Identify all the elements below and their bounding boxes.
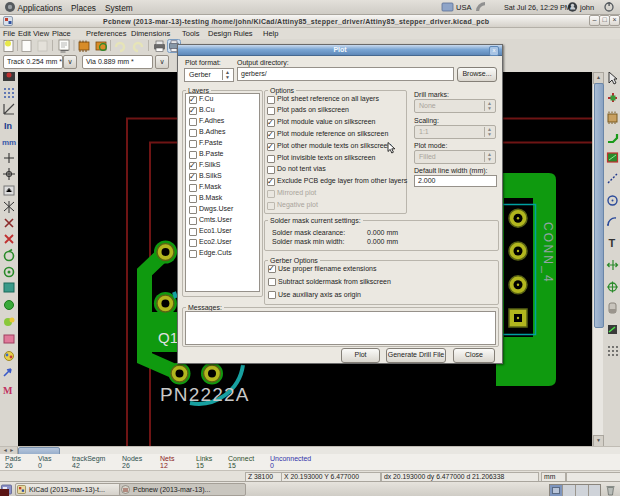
svg-text:PN2222A: PN2222A xyxy=(160,384,250,405)
svg-text:In: In xyxy=(4,121,12,131)
svg-text:mm: mm xyxy=(2,138,16,147)
svg-text:Q1: Q1 xyxy=(158,329,178,346)
svg-text:M: M xyxy=(3,385,13,396)
svg-text:CONN_4: CONN_4 xyxy=(541,222,555,284)
svg-text:T: T xyxy=(609,237,616,249)
